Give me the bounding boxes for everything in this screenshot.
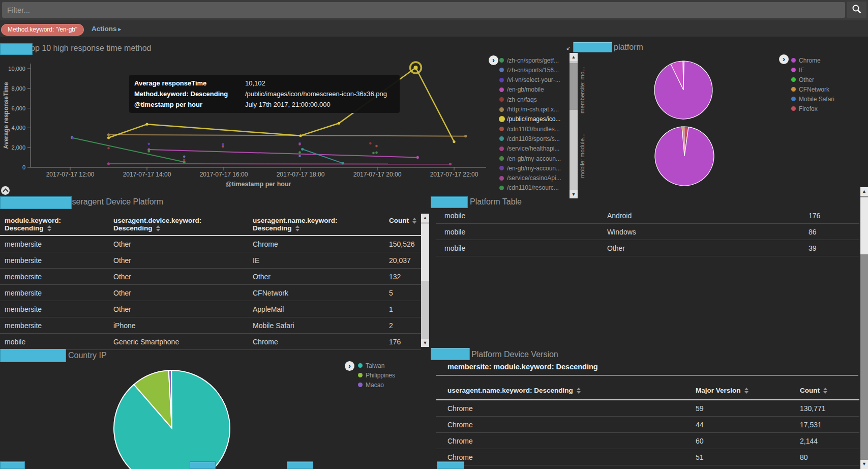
table-row: mobileWindows86 bbox=[436, 224, 859, 240]
table-cell: Chrome bbox=[436, 433, 693, 449]
data-point bbox=[416, 156, 419, 159]
table-cell: Android bbox=[599, 208, 801, 224]
redaction-box bbox=[573, 42, 612, 52]
legend-label: /cdn1101/resourc... bbox=[507, 184, 559, 191]
series-line bbox=[149, 150, 418, 157]
legend-item[interactable]: Other bbox=[791, 76, 814, 83]
legend-scrollbar-thumb[interactable] bbox=[570, 63, 578, 110]
page-scrollbar-thumb[interactable] bbox=[860, 197, 868, 254]
x-axis-tick-label: 2017-07-17 18:00 bbox=[277, 171, 325, 178]
highlighted-point bbox=[414, 66, 418, 70]
sort-icon[interactable] bbox=[47, 225, 51, 231]
legend-label: Taiwan bbox=[366, 362, 384, 369]
legend-scroll-down-icon[interactable]: ▼ bbox=[570, 190, 578, 198]
table-cell: Chrome bbox=[436, 449, 693, 465]
sort-icon[interactable] bbox=[577, 388, 581, 394]
y-axis-label: Average responseTime bbox=[3, 82, 10, 149]
page-scroll-up-icon[interactable]: ▲ bbox=[860, 187, 868, 196]
data-point bbox=[375, 152, 378, 154]
table-cell: mobile bbox=[436, 240, 599, 256]
actions-link[interactable]: Actions▸ bbox=[92, 25, 121, 33]
legend-label: Philippines bbox=[366, 372, 395, 379]
table-row: Chrome5180 bbox=[436, 449, 859, 465]
data-point bbox=[183, 156, 186, 158]
sort-icon[interactable] bbox=[823, 388, 827, 394]
table-cell: 2,144 bbox=[797, 433, 859, 449]
useragent-table: module.keyword:Descendinguseragent.devic… bbox=[0, 214, 421, 350]
filter-pill[interactable]: Method.keyword: "/en-gb" bbox=[1, 24, 84, 36]
legend-expand-icon[interactable]: › bbox=[489, 55, 498, 65]
table-scroll-down-icon[interactable]: ▼ bbox=[421, 339, 429, 347]
legend-item[interactable]: Mobile Safari bbox=[791, 95, 834, 103]
y-axis-tick-label: 2,000 bbox=[11, 144, 25, 151]
legend-item[interactable]: CFNetwork bbox=[791, 85, 829, 93]
data-point bbox=[107, 162, 110, 165]
search-button[interactable] bbox=[847, 2, 866, 18]
legend-item[interactable]: Chrome bbox=[791, 56, 821, 64]
table-scrollbar-thumb[interactable] bbox=[421, 224, 429, 281]
x-axis-tick-label: 2017-07-17 20:00 bbox=[353, 171, 402, 178]
response-time-line-chart[interactable]: 02,0004,0006,0008,00010,0002017-07-17 12… bbox=[0, 35, 508, 198]
platform-pie-charts[interactable] bbox=[625, 43, 783, 191]
table-cell: AppleMail bbox=[248, 301, 384, 317]
legend-label: Chrome bbox=[799, 57, 821, 64]
legend-label: /cdn1103/sports/s... bbox=[507, 135, 560, 142]
filter-input[interactable] bbox=[2, 2, 845, 18]
data-point bbox=[72, 137, 75, 139]
table-cell: 17,531 bbox=[797, 417, 859, 433]
legend-item[interactable]: Philippines bbox=[358, 371, 395, 379]
table-cell: 176 bbox=[384, 334, 421, 350]
data-point bbox=[338, 122, 340, 125]
data-point bbox=[301, 148, 304, 151]
platform-table: mobileAndroid176mobileWindows86mobileOth… bbox=[436, 208, 859, 256]
table-row: membersiteOtherCFNetwork5 bbox=[0, 285, 421, 301]
column-header[interactable]: Count bbox=[384, 214, 421, 236]
table-cell: IE bbox=[248, 252, 384, 269]
legend-item[interactable]: Taiwan bbox=[358, 362, 384, 369]
column-header[interactable]: useragent.name.keyword: Descending bbox=[436, 380, 693, 400]
legend-label: Firefox bbox=[799, 105, 818, 112]
column-header[interactable]: Major Version bbox=[693, 380, 797, 400]
sort-icon[interactable] bbox=[295, 225, 300, 231]
pie-slice-taiwan[interactable] bbox=[114, 370, 230, 469]
table-scroll-up-icon[interactable]: ▲ bbox=[421, 214, 429, 222]
column-header[interactable]: module.keyword:Descending bbox=[0, 214, 109, 236]
legend-label: /http:/m-csh.qat.x... bbox=[507, 106, 559, 113]
sort-icon[interactable] bbox=[412, 218, 416, 224]
legend-item[interactable]: /service/casinoApi... bbox=[499, 174, 561, 182]
page-scroll-down-icon[interactable]: ▼ bbox=[860, 460, 868, 469]
legend-label: /vi-vn/select-your-... bbox=[507, 76, 560, 83]
legend-item[interactable]: Macao bbox=[358, 381, 384, 389]
legend-item[interactable]: Firefox bbox=[791, 105, 818, 112]
table-cell: 44 bbox=[693, 417, 797, 433]
x-axis-tick-label: 2017-07-17 16:00 bbox=[200, 171, 248, 178]
country-legend-expand-icon[interactable]: › bbox=[345, 361, 354, 371]
legend-item[interactable]: IE bbox=[791, 66, 804, 74]
table-cell: mobile bbox=[436, 224, 599, 240]
legend-item[interactable]: /public/images/ico... bbox=[499, 115, 560, 123]
legend-item[interactable]: /en-gb/my-accoun... bbox=[499, 164, 561, 172]
legend-label: Mobile Safari bbox=[799, 96, 834, 103]
y-axis-tick-label: 6,000 bbox=[11, 105, 25, 111]
panel-title-device-version: Platform Device Version bbox=[471, 350, 558, 359]
device-version-table: useragent.name.keyword: DescendingMajor … bbox=[436, 380, 859, 465]
data-point bbox=[298, 155, 301, 157]
column-header[interactable]: useragent.name.keyword:Descending bbox=[248, 214, 384, 236]
table-cell: Other bbox=[109, 285, 248, 301]
table-cell: 2 bbox=[384, 317, 421, 334]
data-point bbox=[107, 147, 110, 150]
column-header[interactable]: Count bbox=[797, 380, 859, 400]
legend-item[interactable]: /en-gb/my-accoun... bbox=[499, 155, 561, 162]
sort-icon[interactable] bbox=[744, 388, 749, 394]
table-cell: mobile bbox=[436, 208, 599, 224]
platform-legend-expand-icon[interactable]: › bbox=[779, 54, 789, 64]
legend-dot-icon bbox=[791, 68, 796, 72]
country-ip-pie-chart[interactable] bbox=[102, 364, 244, 469]
resize-icon[interactable]: ↙ bbox=[566, 45, 571, 51]
table-row: mobileAndroid176 bbox=[436, 208, 859, 224]
sort-icon[interactable] bbox=[156, 225, 160, 231]
column-header[interactable]: useragent.device.keyword:Descending bbox=[109, 214, 248, 236]
data-point bbox=[464, 135, 467, 137]
legend-scroll-up-icon[interactable]: ▲ bbox=[570, 53, 578, 61]
magnifier-icon bbox=[851, 4, 862, 15]
